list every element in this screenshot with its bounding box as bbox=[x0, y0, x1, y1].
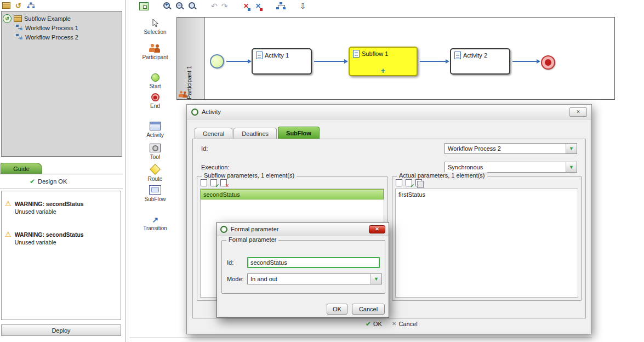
package-icon[interactable] bbox=[2, 2, 10, 9]
chevron-down-icon[interactable]: ▼ bbox=[566, 162, 577, 172]
activity-2-node[interactable]: Activity 2 bbox=[450, 48, 510, 75]
selection-cursor-icon bbox=[136, 19, 174, 27]
up-arrow-icon[interactable]: ↺ bbox=[15, 2, 21, 9]
tree-view-icon[interactable] bbox=[27, 2, 35, 8]
formal-mode-label: Mode: bbox=[227, 276, 244, 282]
transition-connector[interactable] bbox=[420, 61, 446, 62]
zoom-in-icon[interactable]: + bbox=[163, 2, 172, 10]
zoom-reset-icon[interactable] bbox=[188, 2, 197, 10]
palette-item-activity[interactable]: Activity bbox=[136, 122, 174, 138]
warning-item[interactable]: ⚠ WARNING: secondStatus Unused variable bbox=[5, 200, 117, 215]
end-event-node[interactable] bbox=[541, 55, 555, 70]
actual-parameters-list[interactable]: firstStatus bbox=[395, 189, 578, 298]
chevron-down-icon[interactable]: ▼ bbox=[566, 144, 577, 153]
download-icon[interactable]: ⇩ bbox=[299, 2, 306, 10]
design-status-bar: ✔ Design OK bbox=[0, 174, 123, 189]
subflow-parameters-title: Subflow parameters, 1 element(s) bbox=[202, 172, 297, 179]
list-item-firststatus[interactable]: firstStatus bbox=[396, 189, 578, 200]
new-parameter-icon[interactable] bbox=[201, 179, 207, 186]
palette-item-participant[interactable]: Participant bbox=[136, 44, 174, 60]
hierarchy-icon[interactable] bbox=[276, 2, 285, 10]
palette-label: Start bbox=[136, 83, 174, 89]
validate-model-icon[interactable]: ✕ bbox=[242, 2, 250, 10]
rotate-right-icon[interactable]: ↷ bbox=[221, 2, 228, 10]
palette-item-subflow[interactable]: SubFlow bbox=[136, 185, 174, 202]
transition-connector[interactable] bbox=[314, 61, 345, 62]
subflow-icon bbox=[149, 185, 161, 195]
transition-connector[interactable] bbox=[226, 61, 248, 62]
warning-detail: Unused variable bbox=[15, 208, 84, 215]
rotate-left-icon[interactable]: ↶ bbox=[211, 2, 218, 10]
formal-dialog-titlebar[interactable]: Formal parameter ✕ bbox=[217, 223, 389, 236]
palette-item-start[interactable]: Start bbox=[136, 73, 174, 89]
zoom-out-icon[interactable]: − bbox=[175, 2, 184, 10]
tab-subflow[interactable]: SubFlow bbox=[278, 127, 320, 139]
copy-parameter-icon[interactable] bbox=[415, 179, 422, 186]
package-icon bbox=[14, 15, 22, 22]
tab-general[interactable]: General bbox=[195, 128, 232, 139]
subflow-id-combobox[interactable]: Workflow Process 2 ▼ bbox=[444, 143, 577, 154]
route-icon bbox=[150, 164, 161, 175]
cancel-x-icon: ✕ bbox=[392, 321, 396, 327]
palette-item-transition[interactable]: ↗ Transition bbox=[136, 216, 174, 231]
participant-lane-header[interactable]: Participant 1 bbox=[177, 18, 205, 99]
palette-item-end[interactable]: End bbox=[136, 93, 174, 109]
subflow-node-label: Subflow 1 bbox=[362, 50, 388, 57]
activity-1-node[interactable]: Activity 1 bbox=[252, 48, 312, 75]
close-icon[interactable]: ✕ bbox=[369, 225, 385, 233]
tree-root-package[interactable]: ↺ Subflow Example bbox=[3, 14, 121, 23]
palette-item-tool[interactable]: Tool bbox=[136, 144, 174, 160]
dialog-app-icon bbox=[191, 109, 198, 116]
formal-id-label: Id: bbox=[227, 259, 233, 266]
formal-cancel-button[interactable]: Cancel bbox=[352, 304, 385, 315]
activity-cancel-button[interactable]: ✕ Cancel bbox=[392, 321, 418, 327]
warning-detail: Unused variable bbox=[15, 238, 84, 246]
check-icon: ✔ bbox=[30, 178, 35, 185]
edit-parameter-icon[interactable]: ✔ bbox=[406, 179, 412, 186]
formal-ok-button[interactable]: OK bbox=[327, 304, 347, 315]
package-tree-panel: ↺ Subflow Example Workflow Process 1 Wor… bbox=[1, 11, 122, 157]
transition-connector[interactable] bbox=[512, 61, 537, 62]
activity-ok-button[interactable]: ✔ OK bbox=[366, 321, 382, 327]
formal-mode-combobox[interactable]: In and out ▼ bbox=[247, 273, 382, 284]
new-parameter-icon[interactable] bbox=[396, 179, 402, 186]
formal-id-input[interactable] bbox=[247, 257, 380, 268]
validation-warnings-panel: ⚠ WARNING: secondStatus Unused variable … bbox=[1, 191, 121, 320]
tab-guide[interactable]: Guide bbox=[1, 163, 42, 174]
activity-dialog-tabs: General Deadlines SubFlow bbox=[195, 128, 320, 139]
close-icon[interactable]: ✕ bbox=[569, 107, 587, 117]
list-item-secondstatus[interactable]: secondStatus bbox=[201, 189, 384, 200]
delete-parameter-icon[interactable]: ✕ bbox=[220, 179, 227, 186]
execution-label: Execution: bbox=[201, 164, 229, 170]
workflow-editor-window: ↺ ↺ Subflow Example Workflow Process 1 W… bbox=[0, 0, 644, 342]
graph-overview-icon[interactable] bbox=[139, 2, 149, 10]
warning-item[interactable]: ⚠ WARNING: secondStatus Unused variable bbox=[5, 231, 117, 246]
subflow-1-node[interactable]: Subflow 1 + bbox=[349, 47, 418, 76]
execution-combobox[interactable]: Synchronous ▼ bbox=[444, 162, 577, 173]
tab-deadlines[interactable]: Deadlines bbox=[233, 128, 277, 139]
palette-label: Selection bbox=[136, 29, 174, 35]
panel-divider[interactable] bbox=[125, 0, 126, 342]
participant-lane[interactable]: Participant 1 Activity 1 Subflow 1 + Act… bbox=[176, 17, 615, 100]
palette-label: Participant bbox=[136, 54, 174, 60]
palette-label: End bbox=[136, 103, 174, 109]
palette-item-route[interactable]: Route bbox=[136, 166, 174, 182]
process-icon bbox=[16, 34, 23, 40]
start-event-node[interactable] bbox=[210, 54, 224, 69]
activity-dialog-titlebar[interactable]: Activity ✕ bbox=[187, 105, 591, 119]
tree-item-workflow-process-1[interactable]: Workflow Process 1 bbox=[16, 23, 121, 32]
palette-item-selection[interactable]: Selection bbox=[136, 19, 174, 35]
deploy-button[interactable]: Deploy bbox=[1, 324, 121, 336]
chevron-down-icon[interactable]: ▼ bbox=[371, 274, 381, 284]
package-toolbar: ↺ bbox=[2, 1, 35, 10]
expand-subflow-icon[interactable]: + bbox=[381, 66, 386, 75]
tree-item-workflow-process-2[interactable]: Workflow Process 2 bbox=[16, 32, 121, 42]
panel-divider-light bbox=[128, 0, 128, 342]
actual-parameters-toolbar: ✔ bbox=[396, 179, 422, 186]
palette-label: SubFlow bbox=[136, 196, 174, 202]
formal-parameter-dialog: Formal parameter ✕ Formal parameter Id: … bbox=[216, 222, 389, 318]
edit-parameter-icon[interactable]: ✔ bbox=[210, 179, 217, 186]
dialog-app-icon bbox=[220, 226, 227, 233]
validate-model-alt-icon[interactable]: ✕ bbox=[254, 2, 262, 10]
actual-parameters-title: Actual parameters, 1 element(s) bbox=[397, 172, 487, 179]
